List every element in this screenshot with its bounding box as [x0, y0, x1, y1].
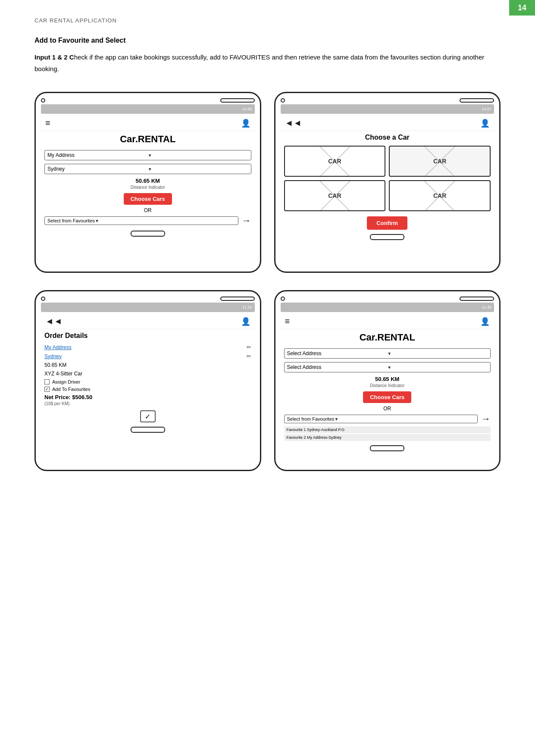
net-price: Net Price: $506.50	[44, 394, 251, 400]
car-cell-2[interactable]: CAR	[389, 146, 491, 177]
price-per-km: (10$ per KM)	[44, 401, 251, 406]
favourites-dropdown-1[interactable]: Select from Favourites ▼	[44, 216, 238, 225]
phone-4-bottom-bar	[370, 445, 404, 451]
car-cell-4[interactable]: CAR	[389, 180, 491, 211]
or-text-4: OR	[284, 406, 491, 412]
assign-driver-row: Assign Driver	[44, 379, 251, 384]
menu-icon-4[interactable]: ≡	[285, 316, 290, 326]
phone-4-status: 11:45	[281, 303, 494, 312]
phone-1: 14:56 ≡ 👤 Car.RENTAL My Address ▼ Sydney…	[34, 92, 261, 273]
edit-city-icon[interactable]: ✏	[247, 353, 251, 359]
phone-3-top	[41, 297, 255, 301]
dropdown-arrow-1: ▼	[148, 153, 248, 158]
favourites-dropdown-4[interactable]: Select from Favourites ▼	[284, 415, 478, 423]
car-cell-1[interactable]: CAR	[284, 146, 386, 177]
order-car: XYZ 4-Sitter Car	[44, 371, 251, 377]
phone-3-navbar: ◄◄ 👤	[41, 314, 255, 329]
page-number: 14	[509, 0, 535, 16]
car-label-1: CAR	[328, 158, 341, 165]
address-input-4a[interactable]: Select Address ▼	[284, 348, 491, 359]
favourites-list: Favourite 1 Sydney-Auckland P.O Favourit…	[284, 426, 491, 441]
distance-4: 50.65 KM	[284, 376, 491, 382]
phone-1-content: Car.RENTAL My Address ▼ Sydney ▼ 50.65 K…	[41, 134, 255, 226]
car-label-4: CAR	[433, 192, 446, 199]
go-button-1[interactable]: →	[242, 215, 251, 226]
phone-4-speaker	[460, 297, 494, 301]
phone-4: 11:45 ≡ 👤 Car.RENTAL Select Address ▼ Se…	[274, 290, 501, 471]
phone-4-navbar: ≡ 👤	[281, 314, 494, 329]
assign-driver-checkbox[interactable]	[44, 379, 50, 384]
user-icon-2[interactable]: 👤	[480, 119, 490, 128]
phone-2-status: 14:57	[281, 104, 494, 114]
car-cell-3[interactable]: CAR	[284, 180, 386, 211]
add-favourites-label: Add To Favourites	[52, 387, 90, 392]
car-label-3: CAR	[328, 192, 341, 199]
dropdown-arrow-fav-4: ▼	[335, 417, 339, 422]
phone-3-bottom-bar	[131, 427, 165, 433]
phones-bottom-row: 11:10 ◄◄ 👤 Order Details My Address ✏ Sy…	[34, 290, 501, 471]
favourites-row-4: Select from Favourites ▼ →	[284, 413, 491, 425]
phone-2-top	[281, 98, 494, 103]
edit-address-icon[interactable]: ✏	[247, 344, 251, 350]
phone-1-bottom-bar	[131, 231, 165, 237]
app-title-4: Car.RENTAL	[284, 332, 491, 343]
dropdown-arrow-2: ▼	[148, 167, 248, 172]
favourites-row-1: Select from Favourites ▼ →	[44, 215, 251, 226]
address-input-1[interactable]: My Address ▼	[44, 150, 251, 160]
distance-1: 50.65 KM	[44, 178, 251, 184]
car-label-2: CAR	[433, 158, 446, 165]
order-address-row: My Address ✏	[44, 344, 251, 350]
phone-1-speaker	[220, 98, 255, 103]
user-icon[interactable]: 👤	[241, 119, 250, 128]
cars-grid: CAR CAR CAR CAR	[284, 146, 491, 211]
phone-3-speaker	[220, 297, 255, 301]
phone-2-bottom-bar	[370, 234, 404, 240]
app-title-1: Car.RENTAL	[44, 134, 251, 145]
city-input-1[interactable]: Sydney ▼	[44, 164, 251, 174]
address-input-4b[interactable]: Select Address ▼	[284, 362, 491, 372]
confirm-button[interactable]: Confirm	[367, 216, 407, 230]
phone-1-status: 14:56	[41, 104, 255, 114]
phone-4-content: Car.RENTAL Select Address ▼ Select Addre…	[281, 332, 494, 441]
phone-3-status: 11:10	[41, 303, 255, 312]
choose-cars-button-1[interactable]: Choose Cars	[124, 193, 172, 205]
phone-3-dot	[41, 297, 45, 301]
page-header: CAR RENTAL APPLICATION	[34, 17, 501, 24]
or-text-1: OR	[44, 207, 251, 213]
phone-2-content: Choose a Car CAR CAR CAR CAR Confirm	[281, 134, 494, 230]
phone-2-speaker	[460, 98, 494, 103]
favourite-item-1[interactable]: Favourite 1 Sydney-Auckland P.O	[284, 426, 491, 433]
favourite-item-2[interactable]: Favourite 2 My Address-Sydney	[284, 434, 491, 441]
phone-4-dot	[281, 297, 285, 301]
dropdown-arrow-4a: ▼	[387, 351, 488, 356]
order-details-title: Order Details	[44, 332, 251, 340]
phone-3: 11:10 ◄◄ 👤 Order Details My Address ✏ Sy…	[34, 290, 261, 471]
dropdown-arrow-fav-1: ▼	[95, 219, 99, 223]
add-favourites-row: ✓ Add To Favourites	[44, 387, 251, 392]
order-city[interactable]: Sydney	[44, 353, 62, 359]
phone-1-dot	[41, 98, 45, 103]
menu-icon[interactable]: ≡	[45, 118, 50, 128]
submit-button[interactable]: ✓	[140, 410, 156, 422]
phone-1-top	[41, 98, 255, 103]
section-title: Add to Favourite and Select	[34, 37, 501, 44]
choose-cars-button-4[interactable]: Choose Cars	[363, 391, 411, 403]
go-button-4[interactable]: →	[481, 413, 491, 425]
order-city-row: Sydney ✏	[44, 353, 251, 359]
user-icon-4[interactable]: 👤	[480, 317, 490, 326]
phones-top-row: 14:56 ≡ 👤 Car.RENTAL My Address ▼ Sydney…	[34, 92, 501, 273]
order-address[interactable]: My Address	[44, 344, 72, 350]
back-icon-2[interactable]: ◄◄	[285, 118, 302, 128]
distance-label-4: Distance Indicator	[284, 383, 491, 388]
phone-4-top	[281, 297, 494, 301]
phone-2-dot	[281, 98, 285, 103]
add-favourites-checkbox[interactable]: ✓	[44, 387, 50, 392]
description: Input 1 & 2 Check if the app can take bo…	[34, 51, 501, 75]
back-icon-3[interactable]: ◄◄	[45, 316, 63, 326]
phone-3-content: Order Details My Address ✏ Sydney ✏ 50.6…	[41, 332, 255, 422]
user-icon-3[interactable]: 👤	[241, 317, 250, 326]
order-distance: 50.65 KM	[44, 362, 251, 368]
choose-car-title: Choose a Car	[284, 134, 491, 141]
phone-2: 14:57 ◄◄ 👤 Choose a Car CAR CAR CAR	[274, 92, 501, 273]
phone-2-navbar: ◄◄ 👤	[281, 116, 494, 131]
